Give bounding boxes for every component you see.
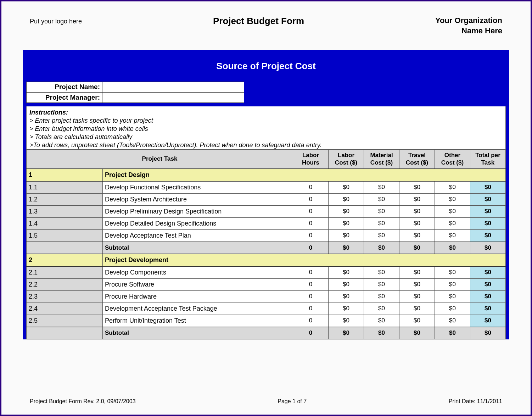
other-cost-cell[interactable]: $0 xyxy=(435,315,470,327)
material-cost-cell[interactable]: $0 xyxy=(364,278,399,290)
section-banner: Source of Project Cost xyxy=(26,54,506,82)
table-header-row: Project Task Labor Hours Labor Cost ($) … xyxy=(27,150,506,169)
project-name-input[interactable] xyxy=(102,82,244,92)
subtotal-id xyxy=(27,327,103,339)
col-travel-cost: Travel Cost ($) xyxy=(399,150,435,169)
task-name-cell[interactable]: Procure Software xyxy=(103,278,293,290)
task-name-cell[interactable]: Perform Unit/Integration Test xyxy=(103,315,293,327)
material-cost-cell[interactable]: $0 xyxy=(364,193,399,205)
task-name-cell[interactable]: Develop Preliminary Design Specification xyxy=(103,205,293,217)
labor-hours-cell[interactable]: 0 xyxy=(293,193,329,205)
other-cost-cell[interactable]: $0 xyxy=(435,303,470,315)
total-cell: $0 xyxy=(470,181,506,194)
task-name-cell[interactable]: Develop Detailed Design Specifications xyxy=(103,217,293,229)
table-row: 1.3Develop Preliminary Design Specificat… xyxy=(27,205,506,217)
other-cost-cell[interactable]: $0 xyxy=(435,181,470,194)
task-name-cell[interactable]: Develop System Architecture xyxy=(103,193,293,205)
table-row: 2.3Procure Hardware0$0$0$0$0$0 xyxy=(27,290,506,303)
subtotal-labor: $0 xyxy=(329,327,364,339)
labor-cost-cell[interactable]: $0 xyxy=(329,217,364,229)
labor-hours-cell[interactable]: 0 xyxy=(293,266,329,279)
other-cost-cell[interactable]: $0 xyxy=(435,217,470,229)
subtotal-row: Subtotal0$0$0$0$0$0 xyxy=(27,327,506,339)
instruction-line: > Enter budget information into white ce… xyxy=(28,125,504,133)
labor-cost-cell[interactable]: $0 xyxy=(329,229,364,242)
labor-cost-cell[interactable]: $0 xyxy=(329,193,364,205)
material-cost-cell[interactable]: $0 xyxy=(364,205,399,217)
subtotal-total: $0 xyxy=(470,327,506,339)
table-row: 1.4Develop Detailed Design Specification… xyxy=(27,217,506,229)
travel-cost-cell[interactable]: $0 xyxy=(399,303,435,315)
labor-cost-cell[interactable]: $0 xyxy=(329,290,364,303)
task-name-cell[interactable]: Develop Functional Specifications xyxy=(103,181,293,194)
col-other-cost: Other Cost ($) xyxy=(435,150,470,169)
other-cost-cell[interactable]: $0 xyxy=(435,266,470,279)
budget-table: Project Task Labor Hours Labor Cost ($) … xyxy=(26,149,506,339)
task-id: 1.2 xyxy=(27,193,103,205)
other-cost-cell[interactable]: $0 xyxy=(435,278,470,290)
instruction-line: > Totals are calculated automatically xyxy=(28,133,504,141)
labor-hours-cell[interactable]: 0 xyxy=(293,217,329,229)
subtotal-hours: 0 xyxy=(293,242,329,254)
task-name-cell[interactable]: Develop Acceptance Test Plan xyxy=(103,229,293,242)
instruction-line: > Enter project tasks specific to your p… xyxy=(28,117,504,125)
subtotal-total: $0 xyxy=(470,242,506,254)
material-cost-cell[interactable]: $0 xyxy=(364,181,399,194)
labor-cost-cell[interactable]: $0 xyxy=(329,181,364,194)
other-cost-cell[interactable]: $0 xyxy=(435,229,470,242)
task-id: 1.1 xyxy=(27,181,103,194)
subtotal-travel: $0 xyxy=(399,242,435,254)
labor-cost-cell[interactable]: $0 xyxy=(329,278,364,290)
material-cost-cell[interactable]: $0 xyxy=(364,229,399,242)
labor-hours-cell[interactable]: 0 xyxy=(293,229,329,242)
other-cost-cell[interactable]: $0 xyxy=(435,193,470,205)
task-name-cell[interactable]: Development Acceptance Test Package xyxy=(103,303,293,315)
material-cost-cell[interactable]: $0 xyxy=(364,217,399,229)
travel-cost-cell[interactable]: $0 xyxy=(399,266,435,279)
travel-cost-cell[interactable]: $0 xyxy=(399,315,435,327)
material-cost-cell[interactable]: $0 xyxy=(364,303,399,315)
org-line-2: Name Here xyxy=(435,26,502,36)
labor-cost-cell[interactable]: $0 xyxy=(329,205,364,217)
travel-cost-cell[interactable]: $0 xyxy=(399,181,435,194)
labor-hours-cell[interactable]: 0 xyxy=(293,278,329,290)
total-cell: $0 xyxy=(470,303,506,315)
other-cost-cell[interactable]: $0 xyxy=(435,205,470,217)
task-id: 1.4 xyxy=(27,217,103,229)
travel-cost-cell[interactable]: $0 xyxy=(399,229,435,242)
section-title: Project Design xyxy=(103,169,506,181)
footer-revision: Project Budget Form Rev. 2.0, 09/07/2003 xyxy=(30,398,136,405)
other-cost-cell[interactable]: $0 xyxy=(435,290,470,303)
table-row: 2.5Perform Unit/Integration Test0$0$0$0$… xyxy=(27,315,506,327)
project-manager-label: Project Manager: xyxy=(26,92,102,103)
labor-cost-cell[interactable]: $0 xyxy=(329,303,364,315)
labor-cost-cell[interactable]: $0 xyxy=(329,315,364,327)
travel-cost-cell[interactable]: $0 xyxy=(399,278,435,290)
footer-page: Page 1 of 7 xyxy=(278,398,307,405)
task-id: 2.4 xyxy=(27,303,103,315)
col-material-cost: Material Cost ($) xyxy=(364,150,399,169)
subtotal-travel: $0 xyxy=(399,327,435,339)
task-id: 2.1 xyxy=(27,266,103,279)
travel-cost-cell[interactable]: $0 xyxy=(399,205,435,217)
labor-hours-cell[interactable]: 0 xyxy=(293,303,329,315)
subtotal-label: Subtotal xyxy=(103,327,293,339)
org-line-1: Your Organization xyxy=(435,16,502,26)
task-name-cell[interactable]: Develop Components xyxy=(103,266,293,279)
subtotal-other: $0 xyxy=(435,327,470,339)
travel-cost-cell[interactable]: $0 xyxy=(399,193,435,205)
labor-hours-cell[interactable]: 0 xyxy=(293,205,329,217)
labor-hours-cell[interactable]: 0 xyxy=(293,290,329,303)
material-cost-cell[interactable]: $0 xyxy=(364,315,399,327)
total-cell: $0 xyxy=(470,290,506,303)
travel-cost-cell[interactable]: $0 xyxy=(399,217,435,229)
material-cost-cell[interactable]: $0 xyxy=(364,266,399,279)
labor-cost-cell[interactable]: $0 xyxy=(329,266,364,279)
project-manager-input[interactable] xyxy=(102,92,244,103)
labor-hours-cell[interactable]: 0 xyxy=(293,315,329,327)
travel-cost-cell[interactable]: $0 xyxy=(399,290,435,303)
material-cost-cell[interactable]: $0 xyxy=(364,290,399,303)
task-name-cell[interactable]: Procure Hardware xyxy=(103,290,293,303)
organization-name: Your Organization Name Here xyxy=(435,16,502,36)
labor-hours-cell[interactable]: 0 xyxy=(293,181,329,194)
